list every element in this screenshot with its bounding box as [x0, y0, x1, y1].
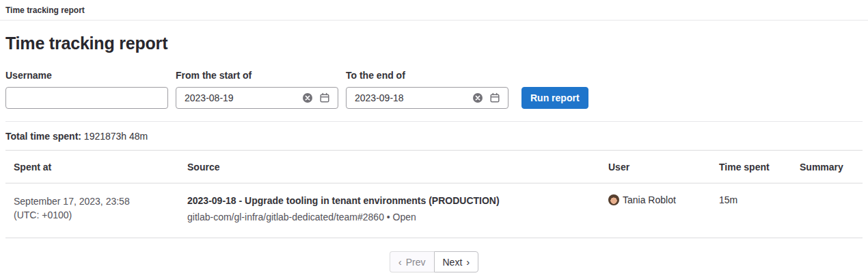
report-filter-form: Username From the start of [5, 70, 863, 109]
to-date-calendar-icon[interactable] [489, 92, 501, 104]
column-header-source: Source [179, 151, 600, 183]
table-row: September 17, 2023, 23:58 (UTC: +0100) 2… [5, 183, 863, 238]
run-report-button[interactable]: Run report [521, 87, 588, 109]
table-header-row: Spent at Source User Time spent Summary [5, 151, 863, 183]
calendar-icon [489, 92, 500, 103]
next-page-label: Next [443, 257, 463, 268]
username-input[interactable] [5, 87, 168, 109]
spent-at-date: September 17, 2023, 23:58 [14, 194, 171, 208]
spent-at-cell: September 17, 2023, 23:58 (UTC: +0100) [5, 183, 179, 238]
pagination: ‹ Prev Next › [0, 251, 868, 272]
source-issue-link[interactable]: 2023-09-18 - Upgrade tooling in tenant e… [187, 194, 592, 208]
from-date-field-group: From the start of [176, 70, 338, 109]
column-header-summary: Summary [791, 151, 863, 183]
user-name: Tania Roblot [623, 194, 676, 205]
user-cell: Tania Roblot [600, 183, 711, 238]
username-label: Username [5, 70, 168, 81]
page-title: Time tracking report [5, 34, 863, 53]
from-date-input[interactable] [176, 87, 338, 109]
breadcrumb-item-time-tracking-report[interactable]: Time tracking report [5, 5, 85, 15]
time-spent-cell: 15m [711, 183, 791, 238]
calendar-icon [319, 92, 330, 103]
to-date-label: To the end of [346, 70, 508, 81]
source-cell: 2023-09-18 - Upgrade tooling in tenant e… [179, 183, 600, 238]
time-tracking-table: Spent at Source User Time spent Summary … [5, 150, 863, 238]
chevron-right-icon: › [466, 256, 470, 268]
prev-page-label: Prev [406, 257, 426, 268]
chevron-left-icon: ‹ [398, 256, 402, 268]
clear-x-circle-icon [302, 92, 313, 103]
summary-cell [791, 183, 863, 238]
from-date-calendar-icon[interactable] [318, 92, 331, 104]
column-header-spent-at: Spent at [5, 151, 179, 183]
next-page-button[interactable]: Next › [434, 251, 479, 272]
spent-at-timezone: (UTC: +0100) [14, 208, 171, 222]
total-time-spent: Total time spent: 1921873h 48m [0, 122, 868, 150]
column-header-time-spent: Time spent [711, 151, 791, 183]
total-time-spent-label: Total time spent: [5, 131, 81, 142]
avatar [608, 194, 619, 205]
source-issue-reference: gitlab-com/gl-infra/gitlab-dedicated/tea… [187, 211, 592, 225]
from-date-label: From the start of [176, 70, 338, 81]
to-date-field-group: To the end of [346, 70, 508, 109]
column-header-user: User [600, 151, 711, 183]
total-time-spent-value: 1921873h 48m [84, 131, 148, 142]
prev-page-button[interactable]: ‹ Prev [390, 251, 434, 272]
breadcrumb: Time tracking report [0, 0, 868, 21]
to-date-input[interactable] [346, 87, 508, 109]
username-field-group: Username [5, 70, 168, 109]
to-date-clear-icon[interactable] [472, 92, 484, 104]
time-tracking-report-page: Time tracking report Time tracking repor… [0, 0, 868, 272]
from-date-clear-icon[interactable] [301, 92, 314, 104]
clear-x-circle-icon [472, 92, 483, 103]
